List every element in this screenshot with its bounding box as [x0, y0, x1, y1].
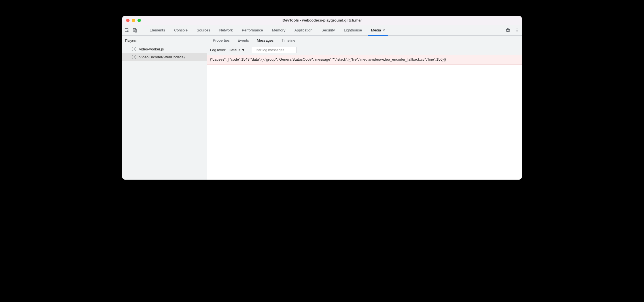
close-icon[interactable]: × [383, 28, 385, 33]
window-title: DevTools - webcodecs-playground.glitch.m… [122, 18, 522, 22]
titlebar: DevTools - webcodecs-playground.glitch.m… [122, 16, 522, 25]
tab-lighthouse[interactable]: Lighthouse [339, 25, 367, 35]
subtab-label: Timeline [281, 38, 295, 42]
svg-point-5 [517, 31, 518, 32]
tab-media[interactable]: Media × [367, 25, 390, 35]
message-row[interactable]: {"causes":[],"code":1543,"data":{},"grou… [207, 55, 522, 65]
subtab-label: Events [238, 38, 249, 42]
players-sidebar: Players video-worker.js VideoEncoder(Web… [122, 36, 207, 180]
log-level-label: Log level: [210, 48, 226, 52]
traffic-lights [122, 19, 141, 22]
tab-application[interactable]: Application [290, 25, 317, 35]
message-text: {"causes":[],"code":1543,"data":{},"grou… [210, 57, 446, 61]
tab-label: Media [371, 28, 381, 32]
tab-performance[interactable]: Performance [237, 25, 267, 35]
subtab-properties[interactable]: Properties [209, 36, 234, 45]
tab-label: Console [174, 28, 188, 32]
subtab-label: Messages [257, 38, 274, 42]
svg-point-4 [517, 30, 518, 31]
device-toggle-icon[interactable] [132, 28, 137, 33]
window-close-button[interactable] [126, 19, 130, 22]
tab-label: Performance [242, 28, 263, 32]
toolbar-left-icons [124, 27, 141, 34]
tab-label: Network [219, 28, 233, 32]
tab-label: Memory [272, 28, 285, 32]
tab-label: Application [295, 28, 313, 32]
tab-label: Lighthouse [344, 28, 362, 32]
subtab-timeline[interactable]: Timeline [277, 36, 299, 45]
player-item[interactable]: video-worker.js [122, 45, 207, 53]
main-toolbar: Elements Console Sources Network Perform… [122, 25, 522, 36]
player-label: VideoEncoder(WebCodecs) [139, 55, 185, 59]
window-minimize-button[interactable] [132, 19, 135, 22]
sub-tabs: Properties Events Messages Timeline [207, 36, 522, 45]
play-icon [132, 47, 136, 51]
messages-list: {"causes":[],"code":1543,"data":{},"grou… [207, 55, 522, 180]
subtab-label: Properties [213, 38, 230, 42]
panel-body: Players video-worker.js VideoEncoder(Web… [122, 36, 522, 180]
main-tabs: Elements Console Sources Network Perform… [145, 25, 389, 35]
tab-elements[interactable]: Elements [145, 25, 170, 35]
tab-sources[interactable]: Sources [192, 25, 215, 35]
tab-console[interactable]: Console [170, 25, 192, 35]
tab-memory[interactable]: Memory [268, 25, 290, 35]
inspect-element-icon[interactable] [124, 28, 130, 33]
play-icon [132, 55, 136, 59]
svg-point-3 [517, 28, 518, 29]
player-item[interactable]: VideoEncoder(WebCodecs) [122, 53, 207, 61]
tab-network[interactable]: Network [215, 25, 238, 35]
devtools-window: DevTools - webcodecs-playground.glitch.m… [122, 16, 522, 180]
chevron-down-icon: ▼ [242, 48, 245, 52]
window-maximize-button[interactable] [137, 19, 141, 22]
log-level-select[interactable]: Default ▼ [229, 47, 248, 53]
subtab-messages[interactable]: Messages [253, 36, 277, 45]
tab-label: Sources [197, 28, 210, 32]
sidebar-header: Players [122, 36, 207, 45]
kebab-menu-icon[interactable] [514, 28, 520, 33]
gear-icon[interactable] [505, 28, 510, 33]
tab-label: Elements [150, 28, 165, 32]
toolbar-right-icons [502, 27, 520, 34]
player-label: video-worker.js [139, 47, 164, 51]
tab-security[interactable]: Security [317, 25, 339, 35]
tab-label: Security [321, 28, 335, 32]
log-level-value: Default [229, 48, 240, 52]
filter-bar: Log level: Default ▼ [207, 45, 522, 55]
subtab-events[interactable]: Events [234, 36, 253, 45]
content-pane: Properties Events Messages Timeline Log … [207, 36, 522, 180]
filter-log-input[interactable] [251, 47, 296, 53]
